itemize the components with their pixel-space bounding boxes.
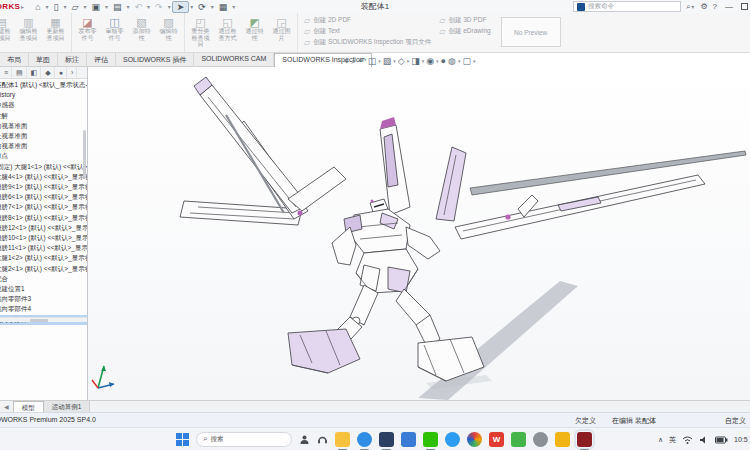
file-explorer-icon[interactable] [335, 432, 350, 447]
zoom-area-icon[interactable]: ⌕ [351, 56, 356, 66]
tab-SOLIDWORKS 插件[interactable]: SOLIDWORKS 插件 [116, 53, 194, 67]
options-gear-icon[interactable]: ⚙ [700, 2, 707, 11]
tree-item[interactable]: 配合 [0, 274, 87, 284]
yellow-app-icon[interactable] [555, 432, 570, 447]
home-icon[interactable]: ⌂ [31, 1, 44, 13]
help-icon[interactable]: ? [713, 2, 717, 11]
tree-item[interactable]: 注解 [0, 111, 87, 121]
ribbon-tool-button[interactable]: ◰重分类 检查项 目 [187, 14, 214, 51]
ribbon-tool-button[interactable]: ▦更新检 查项目 [42, 14, 69, 51]
tree-item[interactable]: 装配体1 (默认) <默认_显示状态-1> [0, 80, 87, 90]
volume-icon[interactable] [699, 435, 709, 445]
save-icon[interactable]: ▣ [87, 1, 104, 13]
headset-icon[interactable] [317, 434, 328, 445]
restore-button[interactable] [741, 3, 748, 10]
configurationmanager-icon[interactable]: ◧ [28, 67, 42, 78]
tab-运动算例1[interactable]: 运动算例1 [44, 401, 91, 412]
tree-item[interactable]: 传感器 [0, 100, 87, 110]
ribbon-tool-button[interactable]: ▥编辑检 查项目 [15, 14, 42, 51]
tab-草图[interactable]: 草图 [29, 53, 58, 67]
ribbon-tool-button[interactable]: ▧添加特 性 [128, 14, 155, 51]
green-app-icon[interactable] [511, 432, 526, 447]
start-button[interactable] [176, 433, 189, 446]
export-command[interactable]: ▱创建 Text [304, 27, 431, 36]
tree-item[interactable]: 翅膀12<1> (默认) <<默认>_显示状态 1> [0, 223, 87, 233]
hide-show-items-icon[interactable]: ◉ [426, 56, 434, 66]
solidworks-app-icon[interactable] [577, 432, 592, 447]
export-command[interactable]: ▱创建 SOLIDWORKS Inspection 项目文件 [304, 38, 431, 47]
tab-评估[interactable]: 评估 [87, 53, 116, 67]
tab-标注[interactable]: 标注 [58, 53, 87, 67]
panel-vertical-scrollbar[interactable] [83, 130, 86, 178]
wechat-icon[interactable] [423, 432, 438, 447]
security-app-icon[interactable] [401, 432, 416, 447]
tree-item[interactable]: 镜向零部件4 [0, 304, 87, 314]
file-properties-icon[interactable]: ▦ [215, 1, 232, 13]
clock[interactable]: 10:5 [734, 436, 750, 443]
tree-item[interactable]: 翅膀10<1> (默认) <<默认>_显示状态 1> [0, 233, 87, 243]
command-search-box[interactable]: 搜索命令 [573, 1, 681, 12]
tab-scroll-left-icon[interactable]: ◀ [0, 401, 13, 412]
wps-office-icon[interactable]: W [489, 432, 504, 447]
tree-item[interactable]: 上视基准面 [0, 131, 87, 141]
browser-360-icon[interactable] [445, 432, 460, 447]
custom-status-label[interactable]: 自定义 [725, 416, 746, 426]
display-style-icon[interactable]: ◨ [411, 56, 420, 66]
panel-overflow-icon[interactable]: › [68, 67, 77, 78]
tree-item[interactable]: 翅膀9<1> (默认) <<默认>_显示状态 1> [0, 182, 87, 192]
tree-item[interactable]: 原点 [0, 151, 87, 161]
featuremanager-tree-icon[interactable]: ≡ [1, 67, 12, 78]
logo-menu-caret-icon[interactable]: ▸ [21, 3, 24, 10]
tree-item[interactable]: (固定) 大腿1<1> (默认) <<默认>_显示状态 1> [0, 162, 87, 172]
rebuild-icon[interactable]: ⟳ [194, 1, 210, 13]
tab-模型[interactable]: 模型 [13, 401, 44, 412]
tree-item[interactable]: 大腿1<2> (默认) <<默认>_显示状态 1> [0, 253, 87, 263]
view-settings-icon[interactable]: ▢ [462, 56, 471, 66]
graphics-viewport[interactable]: ⌖⌕↶◫▾▧▾◇▾◨▾◉▾●◍▾▢▾ [88, 67, 750, 400]
tree-item[interactable]: 重建位置1 [0, 284, 87, 294]
tab-SOLIDWORKS CAM[interactable]: SOLIDWORKS CAM [194, 53, 274, 67]
export-command[interactable]: ▱创建 2D PDF [304, 16, 431, 25]
minimize-button[interactable]: — [722, 2, 736, 11]
print-icon[interactable]: ▤ [109, 1, 126, 13]
ribbon-tool-button[interactable]: ◫审核零 件号 [101, 14, 128, 51]
annotation-view-icon[interactable]: ▧ [383, 56, 392, 66]
ribbon-tool-button[interactable]: ▤新建检 查项目 [0, 14, 15, 51]
scrollbar-thumb[interactable] [30, 319, 48, 322]
tree-item[interactable]: 翅膀6<1> (默认) <<默认>_显示状态 1> [0, 192, 87, 202]
tree-item[interactable]: 大腿2<1> (默认) <<默认>_显示状态 1> [0, 264, 87, 274]
zoom-fit-icon[interactable]: ⌖ [344, 56, 349, 66]
ribbon-tool-button[interactable]: ◲通过图 片 [268, 14, 295, 51]
search-icon[interactable]: ⌕▾ [686, 2, 696, 12]
section-view-icon[interactable]: ◫ [368, 56, 377, 66]
ribbon-tool-button[interactable]: ▨编辑特 性 [155, 14, 182, 51]
ribbon-tool-button[interactable]: ◱通过检 查方式 [214, 14, 241, 51]
displaymanager-icon[interactable]: ● [56, 67, 67, 78]
apply-scene-icon[interactable]: ◍ [448, 56, 456, 66]
new-document-icon[interactable]: ▯ [50, 1, 63, 13]
tray-expand-icon[interactable]: ∧ [658, 436, 663, 444]
tree-item[interactable]: History [0, 90, 87, 100]
redo-icon[interactable]: ↷ [151, 1, 167, 13]
tree-item[interactable]: 翅膀11<1> (默认) <<默认>_显示状态 1> [0, 243, 87, 253]
previous-view-icon[interactable]: ↶ [358, 56, 366, 66]
edit-appearance-icon[interactable]: ● [441, 56, 446, 66]
tab-布局[interactable]: 布局 [0, 53, 29, 67]
tree-item[interactable]: 右视基准面 [0, 141, 87, 151]
ime-indicator[interactable]: 英 [669, 435, 676, 445]
tree-item[interactable]: 前视基准面 [0, 121, 87, 131]
undo-icon[interactable]: ↶ [131, 1, 147, 13]
select-cursor-icon[interactable]: ➤ [172, 1, 190, 13]
export-command[interactable]: ▱创建 3D PDF [439, 16, 490, 25]
tree-item[interactable]: 翅膀8<1> (默认) <<默认>_显示状态 1> [0, 213, 87, 223]
ribbon-tool-button[interactable]: ◩通过特 性 [241, 14, 268, 51]
tree-item[interactable]: 大腿4<1> (默认) <<默认>_显示状态 1> [0, 172, 87, 182]
battery-icon[interactable] [715, 436, 728, 444]
edge-browser-icon[interactable] [357, 432, 372, 447]
propertymanager-icon[interactable]: ▤ [13, 67, 27, 78]
gray-app-icon[interactable] [533, 432, 548, 447]
wifi-icon[interactable] [682, 435, 693, 445]
briefcase-app-icon[interactable] [379, 432, 394, 447]
user-icon[interactable] [299, 434, 310, 445]
ribbon-tool-button[interactable]: ◪发布零 件号 [74, 14, 101, 51]
